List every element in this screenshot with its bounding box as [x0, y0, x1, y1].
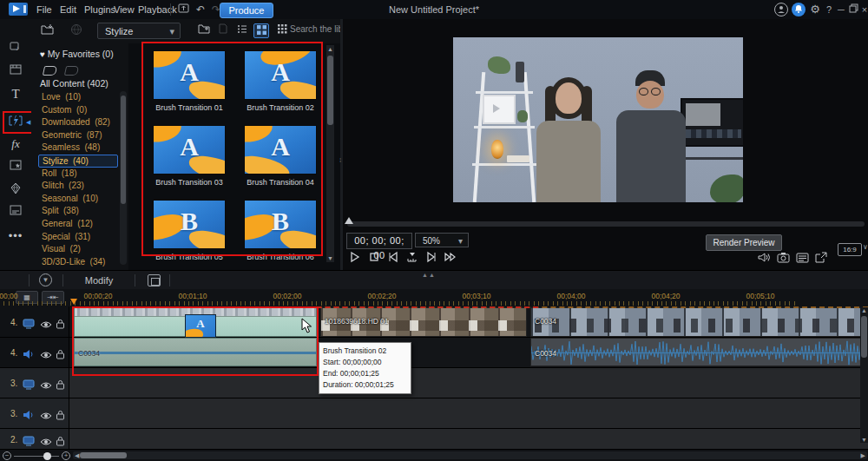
- list-view-icon[interactable]: [234, 23, 250, 38]
- notification-bell-icon[interactable]: [792, 3, 806, 16]
- zoom-slider[interactable]: [14, 456, 59, 457]
- grid-view-icon[interactable]: [253, 23, 269, 38]
- next-frame-button[interactable]: [423, 250, 440, 266]
- duplicate-icon[interactable]: [148, 274, 161, 286]
- scroll-down-icon[interactable]: ▼: [860, 437, 868, 443]
- track-header[interactable]: 2.: [0, 429, 69, 449]
- category-item-love[interactable]: Love (10): [38, 91, 128, 104]
- search-input[interactable]: Search the libra: [290, 24, 342, 34]
- track-header[interactable]: 4.: [0, 306, 69, 337]
- title-room-icon[interactable]: T: [7, 85, 24, 102]
- category-item-3d-3d-like[interactable]: 3D/3D-Like (34): [38, 256, 128, 269]
- category-item-general[interactable]: General (12): [38, 218, 128, 231]
- audio-track-icon[interactable]: [23, 408, 35, 418]
- effect-room-icon[interactable]: fx: [7, 135, 24, 153]
- eye-icon[interactable]: [40, 434, 52, 445]
- play-button[interactable]: [346, 250, 364, 266]
- category-item-seasonal[interactable]: Seasonal (10): [38, 193, 128, 206]
- thumbnail-size-icon[interactable]: [274, 23, 290, 38]
- clip-1018639618[interactable]: 1018639618.HD 01: [320, 307, 527, 337]
- eye-icon[interactable]: [40, 408, 52, 418]
- splitter-handle[interactable]: ⁞: [339, 156, 341, 164]
- settings-gear-icon[interactable]: ⚙: [808, 3, 822, 16]
- particle-room-icon[interactable]: [7, 181, 24, 198]
- eye-icon[interactable]: [40, 378, 52, 388]
- new-folder-icon[interactable]: [196, 23, 212, 38]
- fast-forward-button[interactable]: [442, 250, 459, 266]
- timeline-vscrollbar[interactable]: ▲ ▼: [860, 307, 868, 443]
- eye-icon[interactable]: [40, 317, 52, 327]
- render-preview-button[interactable]: Render Preview: [706, 234, 782, 251]
- aspect-dropdown-arrow-icon[interactable]: ∨: [863, 243, 868, 251]
- library-scrollbar[interactable]: ▲ ▼: [326, 45, 334, 262]
- timeline-hscrollbar[interactable]: ◀ ▶: [73, 451, 867, 459]
- zoom-out-icon[interactable]: −: [3, 451, 11, 460]
- video-track-icon[interactable]: [23, 378, 35, 388]
- previous-frame-button[interactable]: [385, 250, 402, 266]
- scroll-up-icon[interactable]: ▲: [860, 307, 868, 313]
- import-media-icon[interactable]: [38, 23, 56, 39]
- track-header[interactable]: 4.: [0, 338, 69, 367]
- volume-icon[interactable]: [758, 251, 773, 265]
- scroll-left-icon[interactable]: ◀: [75, 452, 79, 459]
- preview-seekbar[interactable]: [347, 221, 865, 227]
- track-options-icon[interactable]: ▼: [39, 273, 52, 286]
- timeline-hscrollbar-thumb[interactable]: [80, 452, 127, 458]
- more-rooms-icon[interactable]: •••: [7, 227, 24, 245]
- preview-timecode[interactable]: 00; 00; 00; 00: [346, 233, 412, 249]
- modify-button[interactable]: Modify: [76, 271, 122, 290]
- preview-zoom-dropdown[interactable]: 50%: [415, 233, 469, 247]
- pip-objects-room-icon[interactable]: [7, 158, 24, 175]
- favorites-item[interactable]: ♥ My Favorites (0): [40, 49, 114, 59]
- track-header[interactable]: 3.: [0, 368, 69, 398]
- library-scrollbar-thumb[interactable]: [327, 56, 333, 125]
- produce-button[interactable]: Produce: [220, 3, 273, 18]
- category-item-roll[interactable]: Roll (18): [38, 168, 128, 181]
- save-project-icon[interactable]: [175, 3, 191, 16]
- filter-flag-icon[interactable]: [215, 23, 231, 38]
- track-header[interactable]: 3.: [0, 398, 69, 428]
- scroll-up-icon[interactable]: ▲: [326, 46, 334, 52]
- category-scrollbar-thumb[interactable]: [121, 95, 126, 204]
- audio-clip-c0034-segment2[interactable]: C0034: [530, 338, 866, 366]
- lock-icon[interactable]: [56, 434, 68, 445]
- media-room-icon[interactable]: ♪: [7, 38, 24, 56]
- category-item-glitch[interactable]: Glitch (23): [38, 180, 128, 193]
- subtitle-room-icon[interactable]: [7, 203, 24, 221]
- all-content-item[interactable]: All Content (402): [40, 78, 108, 89]
- library-filter-dropdown[interactable]: Stylize: [97, 23, 181, 39]
- zoom-in-icon[interactable]: +: [62, 451, 70, 460]
- video-track-icon[interactable]: [23, 317, 35, 327]
- panel-expand-arrow-icon[interactable]: ◀: [26, 119, 30, 126]
- timeline-ruler[interactable]: 00;00;0000;00;2000;01;1000;02;0000;02;20…: [0, 289, 799, 306]
- category-item-split[interactable]: Split (38): [38, 205, 128, 218]
- lock-icon[interactable]: [56, 347, 68, 358]
- stop-button[interactable]: [365, 250, 383, 266]
- category-item-geometric[interactable]: Geometric (87): [38, 129, 128, 142]
- timeline-playhead[interactable]: [70, 299, 77, 305]
- category-item-custom[interactable]: Custom (0): [38, 104, 128, 117]
- category-item-seamless[interactable]: Seamless (48): [38, 142, 128, 155]
- scroll-down-icon[interactable]: ▼: [326, 255, 334, 261]
- tag-icon[interactable]: [64, 66, 79, 76]
- timeline-vscrollbar-thumb[interactable]: [861, 316, 867, 358]
- clip-c0034-segment2[interactable]: C0034: [530, 307, 866, 337]
- download-content-icon[interactable]: [68, 23, 85, 39]
- undock-preview-icon[interactable]: [815, 251, 831, 265]
- seekbar-playhead[interactable]: [345, 217, 353, 224]
- audio-track-icon[interactable]: [23, 347, 35, 358]
- lock-icon[interactable]: [56, 317, 68, 327]
- video-track-icon[interactable]: [23, 434, 35, 445]
- seek-marker-button[interactable]: [404, 250, 421, 266]
- category-item-special[interactable]: Special (31): [38, 231, 128, 244]
- account-icon[interactable]: [774, 3, 788, 16]
- category-item-stylize[interactable]: Stylize (40): [38, 155, 118, 168]
- snapshot-camera-icon[interactable]: [777, 251, 792, 265]
- add-tag-icon[interactable]: [43, 66, 57, 76]
- lock-icon[interactable]: [56, 408, 68, 418]
- scroll-right-icon[interactable]: ▶: [861, 452, 865, 459]
- undo-icon[interactable]: ↶: [193, 3, 208, 16]
- empty-track-area[interactable]: [69, 398, 868, 428]
- category-item-downloaded[interactable]: Downloaded (82): [38, 116, 128, 129]
- media-info-icon[interactable]: [796, 251, 812, 265]
